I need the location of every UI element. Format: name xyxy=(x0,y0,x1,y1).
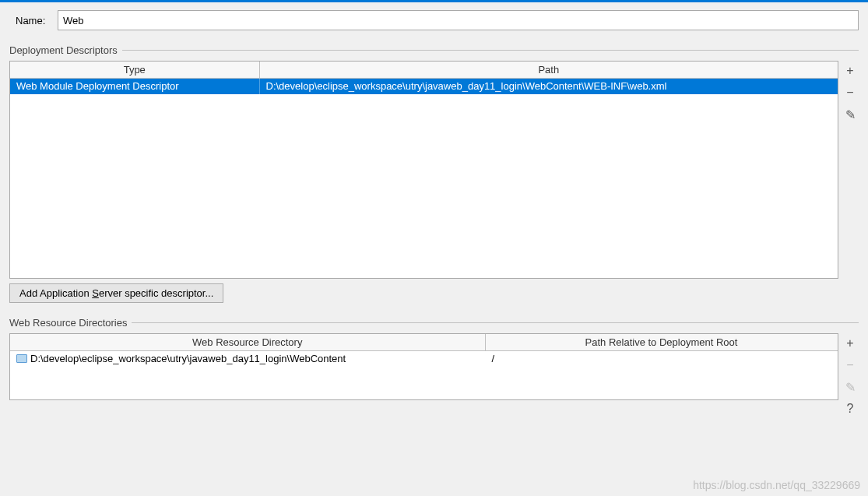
add-icon[interactable]: + xyxy=(842,62,859,79)
dd-cell-type: Web Module Deployment Descriptor xyxy=(10,79,259,94)
deployment-descriptors-section: Deployment Descriptors Type Path Web Mod… xyxy=(9,44,859,303)
table-row[interactable]: D:\develop\eclipse_workspace\utry\javawe… xyxy=(10,351,838,367)
wrd-header-dir[interactable]: Web Resource Directory xyxy=(10,334,485,351)
dd-header-path[interactable]: Path xyxy=(259,62,838,79)
divider xyxy=(122,50,859,51)
name-input[interactable] xyxy=(58,10,859,30)
name-label: Name: xyxy=(16,15,51,26)
wrd-cell-relpath: / xyxy=(485,351,838,367)
deployment-descriptors-table[interactable]: Type Path Web Module Deployment Descript… xyxy=(9,61,838,279)
web-resource-directories-title: Web Resource Directories xyxy=(9,317,127,329)
dd-cell-path: D:\develop\eclipse_workspace\utry\javawe… xyxy=(259,79,838,94)
table-row[interactable]: Web Module Deployment Descriptor D:\deve… xyxy=(10,79,838,94)
edit-icon: ✎ xyxy=(842,378,859,396)
help-icon[interactable]: ? xyxy=(842,400,859,417)
deployment-descriptors-title: Deployment Descriptors xyxy=(9,44,118,56)
btn-text-after: erver specific descriptor... xyxy=(99,287,213,299)
btn-hotkey: S xyxy=(92,287,99,299)
watermark: https://blog.csdn.net/qq_33229669 xyxy=(693,479,860,491)
divider xyxy=(132,322,859,323)
dd-header-type[interactable]: Type xyxy=(10,62,259,79)
add-icon[interactable]: + xyxy=(842,335,859,352)
btn-text-before: Add Application xyxy=(19,287,92,299)
web-resource-directories-table[interactable]: Web Resource Directory Path Relative to … xyxy=(9,333,838,400)
wrd-header-relpath[interactable]: Path Relative to Deployment Root xyxy=(485,334,838,351)
edit-icon[interactable]: ✎ xyxy=(842,106,859,123)
remove-icon: − xyxy=(842,357,859,374)
web-resource-directories-section: Web Resource Directories Web Resource Di… xyxy=(9,317,859,417)
wrd-cell-dir: D:\develop\eclipse_workspace\utry\javawe… xyxy=(10,351,485,367)
folder-icon xyxy=(16,354,27,363)
add-server-descriptor-button[interactable]: Add Application Server specific descript… xyxy=(9,283,223,303)
remove-icon[interactable]: − xyxy=(842,84,859,101)
